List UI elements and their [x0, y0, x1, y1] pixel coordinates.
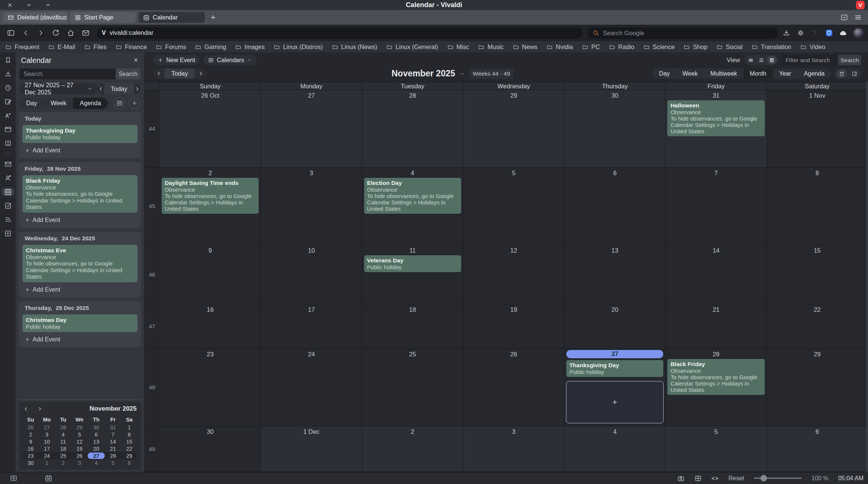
mini-day[interactable]: 19 — [71, 445, 88, 452]
bookmark-item[interactable]: Files — [84, 43, 107, 51]
bookmark-item[interactable]: Social — [716, 43, 743, 51]
day-cell[interactable]: 11Veterans DayPublic holiday — [362, 245, 463, 304]
zoom-slider[interactable] — [754, 478, 802, 479]
profile-avatar[interactable] — [853, 28, 864, 38]
day-cell[interactable]: 23 — [160, 349, 261, 426]
mini-day[interactable]: 4 — [88, 459, 105, 466]
mini-day[interactable]: 28 — [105, 452, 121, 459]
prev-month-button[interactable] — [153, 69, 165, 79]
panel-button-calendar[interactable] — [1, 188, 14, 196]
tab-mail[interactable]: Deleted (davidbuco@out… — [3, 12, 67, 23]
day-cell[interactable]: 12 — [463, 245, 564, 304]
bookmark-item[interactable]: Misc — [447, 43, 469, 51]
mini-selected-day[interactable]: 27 — [88, 453, 105, 459]
day-cell[interactable]: 6 — [564, 168, 666, 245]
panel-button-mail[interactable] — [1, 160, 14, 168]
main-today-button[interactable]: Today — [165, 69, 195, 79]
day-cell[interactable]: 3 — [463, 426, 564, 472]
bookmark-item[interactable]: Translation — [752, 43, 791, 51]
panel-button-tasks[interactable] — [1, 201, 14, 210]
day-cell[interactable]: 3 — [261, 168, 362, 245]
panel-button-contacts[interactable] — [1, 174, 14, 182]
mini-day[interactable]: 24 — [39, 452, 55, 459]
day-cell[interactable]: 21 — [666, 304, 767, 348]
mini-day[interactable]: 9 — [22, 438, 39, 445]
panel-search-input[interactable] — [19, 69, 116, 79]
day-cell[interactable]: 30 — [564, 90, 666, 167]
day-cell[interactable]: 2Daylight Saving Time endsObservanceTo h… — [160, 168, 261, 245]
mini-day[interactable]: 2 — [55, 459, 71, 466]
day-cell[interactable]: 27Thanksgiving DayPublic holiday — [564, 349, 666, 426]
panel-button-reading-list[interactable] — [1, 139, 14, 147]
day-cell[interactable]: 8 — [767, 168, 868, 245]
date-range-dropdown[interactable]: 27 Nov 2025 – 27 Dec 2025 — [19, 83, 98, 94]
zoom-reset-button[interactable]: Reset — [728, 475, 744, 482]
day-cell[interactable]: 26 Oct — [160, 90, 261, 167]
panel-add-button[interactable] — [129, 97, 140, 109]
bookmark-item[interactable]: Linux (Distros) — [274, 43, 323, 51]
view-tab-agenda[interactable]: Agenda — [798, 69, 831, 79]
density-compact-button[interactable] — [746, 56, 756, 64]
view-tab-month[interactable]: Month — [743, 69, 773, 79]
new-event-button[interactable]: New Event — [153, 55, 200, 65]
mini-day[interactable]: 23 — [22, 452, 39, 459]
calendar-event[interactable]: Veterans DayPublic holiday — [364, 255, 461, 272]
mini-prev-button[interactable] — [23, 406, 29, 412]
day-cell[interactable]: 15 — [767, 245, 868, 304]
bookmark-item[interactable]: News — [513, 43, 537, 51]
calendar-event[interactable]: HalloweenObservanceTo hide observances, … — [667, 100, 764, 136]
panel-button-windows[interactable] — [1, 125, 14, 134]
mini-day[interactable]: 29 — [121, 452, 138, 459]
split-view-button[interactable] — [849, 70, 859, 78]
add-event-button[interactable]: Add Event — [22, 213, 138, 223]
mini-day[interactable]: 4 — [55, 431, 71, 438]
vivaldi-menu-icon[interactable] — [854, 13, 862, 21]
panel-toggle-icon[interactable] — [10, 474, 18, 482]
day-cell[interactable]: 4Election DayObservanceTo hide observanc… — [362, 168, 463, 245]
day-cell[interactable]: 31HalloweenObservanceTo hide observances… — [666, 90, 767, 167]
day-cell[interactable]: 30 — [160, 426, 261, 472]
panel-button-add-panel[interactable] — [1, 229, 14, 238]
calendar-event[interactable]: Daylight Saving Time endsObservanceTo hi… — [162, 178, 259, 214]
calendar-event[interactable]: Thanksgiving DayPublic holiday — [566, 360, 663, 377]
mini-day[interactable]: 30 — [88, 424, 105, 431]
mini-day[interactable]: 14 — [105, 438, 121, 445]
filter-search-input[interactable] — [782, 55, 838, 65]
mini-day[interactable]: 2 — [22, 431, 39, 438]
day-cell[interactable]: 1 Nov — [767, 90, 868, 167]
tab-start-page[interactable]: Start Page — [70, 12, 136, 23]
view-tab-year[interactable]: Year — [773, 69, 798, 79]
view-tab-day[interactable]: Day — [653, 69, 676, 79]
sync-button[interactable] — [808, 27, 821, 39]
chevron-down-icon[interactable] — [460, 71, 465, 76]
bookmark-item[interactable]: Finance — [116, 43, 147, 51]
calendars-dropdown[interactable]: Calendars — [203, 55, 257, 65]
day-cell[interactable]: 16 — [160, 304, 261, 348]
panel-button-notes[interactable] — [1, 97, 14, 106]
tab-calendar[interactable]: Calendar — [138, 12, 205, 23]
day-cell[interactable]: 29 — [463, 90, 564, 167]
bookmark-item[interactable]: Linux (General) — [386, 43, 438, 51]
day-cell[interactable]: 14 — [666, 245, 767, 304]
mini-next-button[interactable] — [37, 406, 43, 412]
agenda-event[interactable]: Christmas DayPublic holiday — [22, 314, 137, 332]
new-tab-button[interactable] — [207, 12, 219, 23]
panel-button-history[interactable] — [1, 83, 14, 92]
settings-button[interactable] — [794, 27, 807, 39]
mini-day[interactable]: 21 — [105, 445, 121, 452]
panel-today-button[interactable]: Today — [104, 83, 134, 94]
search-input[interactable] — [603, 30, 773, 37]
day-cell[interactable]: 9 — [160, 245, 261, 304]
back-button[interactable] — [19, 27, 32, 39]
view-tab-week[interactable]: Week — [676, 69, 704, 79]
day-cell[interactable]: 24 — [261, 349, 362, 426]
day-cell[interactable]: 7 — [666, 168, 767, 245]
reload-button[interactable] — [49, 27, 62, 39]
calendar-status-icon[interactable] — [45, 474, 52, 482]
day-cell[interactable]: 22 — [767, 304, 868, 348]
mini-day[interactable]: 1 — [121, 424, 138, 431]
day-cell[interactable]: 1 Dec — [261, 426, 362, 472]
bookmark-item[interactable]: Linux (News) — [332, 43, 377, 51]
day-cell[interactable]: 6 — [767, 426, 868, 472]
day-cell[interactable]: 5 — [666, 426, 767, 472]
